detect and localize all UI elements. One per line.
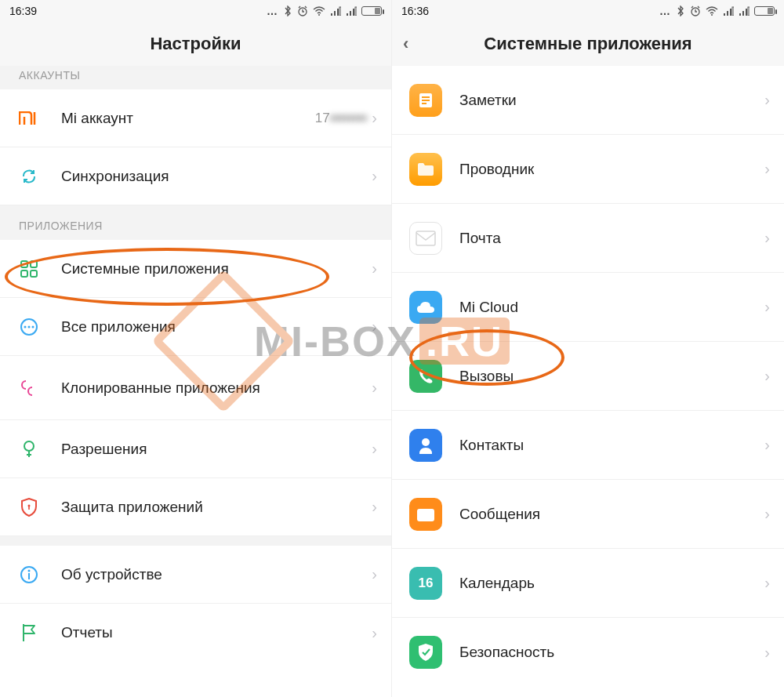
sync-icon (17, 165, 41, 188)
row-app-protection[interactable]: Защита приложений › (0, 478, 391, 536)
shield-check-icon (409, 636, 442, 669)
svg-rect-6 (21, 270, 27, 277)
row-label: Об устройстве (61, 566, 372, 583)
chevron-right-icon: › (372, 498, 377, 516)
svg-point-1 (318, 14, 320, 16)
svg-rect-21 (748, 7, 750, 16)
clone-icon (17, 376, 41, 400)
svg-point-19 (711, 14, 713, 16)
row-system-apps[interactable]: Системные приложения › (0, 240, 391, 298)
row-label: Mi аккаунт (61, 110, 315, 127)
row-label: Безопасность (459, 644, 764, 661)
row-app-calendar[interactable]: 16 Календарь › (392, 549, 784, 618)
chevron-right-icon: › (764, 505, 770, 523)
row-mi-account[interactable]: Mi аккаунт 17•••••••• › (0, 89, 391, 147)
screen-system-apps: 16:36 … ‹ Системные приложения (392, 0, 784, 697)
chevron-right-icon: › (372, 440, 377, 458)
mail-icon (409, 222, 442, 255)
cloud-icon (409, 291, 442, 324)
svg-rect-23 (416, 231, 435, 245)
svg-rect-3 (355, 7, 357, 16)
status-bar: 16:39 … (0, 0, 391, 22)
row-label: Отчеты (61, 624, 372, 641)
chevron-right-icon: › (372, 260, 377, 278)
svg-point-9 (24, 325, 27, 328)
row-app-messages[interactable]: Сообщения › (392, 480, 784, 549)
svg-rect-4 (21, 261, 27, 267)
wifi-icon (313, 6, 325, 16)
wifi-icon (706, 6, 718, 16)
row-label: Mi Cloud (459, 299, 764, 316)
chevron-right-icon: › (372, 624, 377, 642)
row-app-explorer[interactable]: Проводник › (392, 135, 784, 204)
row-label: Клонированные приложения (61, 379, 372, 398)
grid-icon (17, 257, 41, 281)
row-reports[interactable]: Отчеты › (0, 604, 391, 662)
battery-icon (754, 6, 775, 16)
chevron-right-icon: › (372, 379, 377, 397)
status-time: 16:39 (9, 5, 37, 17)
page-title: Настройки (0, 22, 391, 66)
chevron-right-icon: › (764, 229, 770, 247)
row-all-apps[interactable]: Все приложения › (0, 298, 391, 356)
row-label: Вызовы (459, 368, 764, 385)
chevron-right-icon: › (372, 167, 377, 185)
row-label: Синхронизация (61, 168, 372, 185)
svg-rect-5 (31, 261, 37, 267)
chevron-right-icon: › (764, 436, 770, 454)
row-sync[interactable]: Синхронизация › (0, 147, 391, 205)
svg-point-11 (32, 325, 34, 328)
row-label: Разрешения (61, 441, 372, 458)
section-header-accounts: АККАУНТЫ (0, 66, 391, 89)
phone-icon (409, 360, 442, 393)
row-label: Контакты (459, 437, 764, 454)
row-permissions[interactable]: Разрешения › (0, 420, 391, 478)
bluetooth-icon (676, 5, 685, 16)
shield-icon (17, 496, 41, 519)
row-label: Заметки (459, 92, 764, 109)
row-label: Проводник (459, 161, 764, 178)
row-cloned-apps[interactable]: Клонированные приложения › (0, 356, 391, 420)
svg-rect-7 (31, 270, 37, 277)
chevron-right-icon: › (764, 160, 770, 178)
row-value: 17•••••••• (315, 111, 368, 126)
svg-point-24 (422, 438, 430, 446)
chevron-right-icon: › (764, 644, 770, 662)
row-about-device[interactable]: Об устройстве › (0, 546, 391, 604)
more-icon: … (267, 5, 278, 17)
svg-rect-14 (28, 506, 30, 510)
calendar-icon: 16 (409, 567, 442, 600)
row-label: Системные приложения (61, 260, 372, 278)
svg-rect-17 (28, 573, 30, 579)
row-app-notes[interactable]: Заметки › (392, 66, 784, 135)
screen-settings: 16:39 … Настройки АККАУНТЫ (0, 0, 392, 697)
status-icons: … (659, 5, 775, 17)
status-icons: … (267, 5, 382, 17)
row-app-mail[interactable]: Почта › (392, 204, 784, 273)
chevron-right-icon: › (372, 318, 377, 336)
row-app-security[interactable]: Безопасность › (392, 618, 784, 687)
section-header-apps: ПРИЛОЖЕНИЯ (0, 205, 391, 240)
svg-point-16 (28, 569, 31, 572)
battery-icon (361, 6, 382, 16)
svg-rect-2 (339, 7, 341, 16)
permissions-icon (17, 437, 41, 461)
chevron-right-icon: › (764, 367, 770, 385)
alarm-icon (297, 5, 308, 16)
row-label: Все приложения (61, 318, 372, 336)
signal-icon-2 (739, 6, 750, 16)
signal-icon (330, 6, 341, 16)
chevron-right-icon: › (372, 109, 377, 127)
info-icon (17, 563, 41, 586)
row-app-calls[interactable]: Вызовы › (392, 342, 784, 411)
chevron-right-icon: › (764, 574, 770, 592)
section-gap (0, 536, 391, 546)
row-app-contacts[interactable]: Контакты › (392, 411, 784, 480)
row-label: Сообщения (459, 506, 764, 523)
row-app-micloud[interactable]: Mi Cloud › (392, 273, 784, 342)
back-button[interactable]: ‹ (403, 34, 408, 54)
signal-icon (723, 6, 734, 16)
svg-point-12 (24, 441, 34, 451)
messages-icon (409, 498, 442, 531)
page-title-text: Системные приложения (484, 34, 691, 54)
